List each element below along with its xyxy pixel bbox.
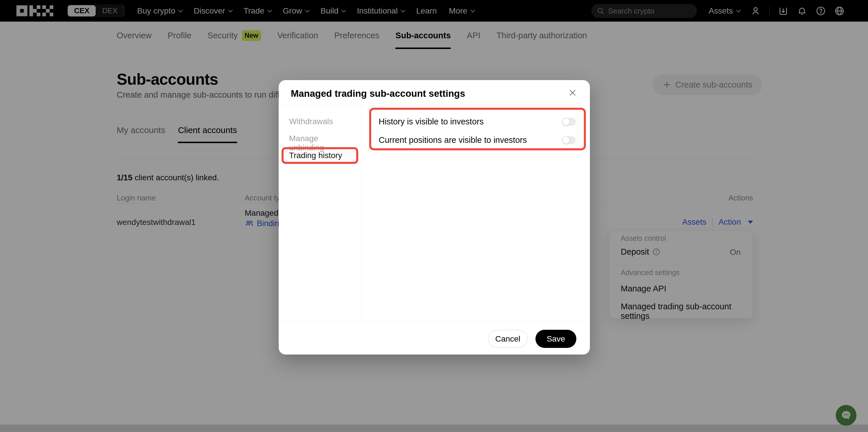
managed-trading-settings-modal: Managed trading sub-account settings Wit… xyxy=(279,80,590,355)
modal-nav-manage-unbinding[interactable]: Manage unbinding xyxy=(289,134,351,152)
modal-title: Managed trading sub-account settings xyxy=(291,88,465,99)
modal-sidebar-divider xyxy=(361,105,362,320)
setting-history-visible-label: History is visible to investors xyxy=(379,117,484,126)
setting-positions-visible-label: Current positions are visible to investo… xyxy=(379,135,527,145)
toggle-positions-visible[interactable] xyxy=(562,136,576,144)
save-button[interactable]: Save xyxy=(535,330,576,348)
toggle-history-visible[interactable] xyxy=(562,118,576,126)
close-icon[interactable] xyxy=(567,87,578,99)
modal-footer-divider xyxy=(279,320,590,320)
modal-nav-withdrawals[interactable]: Withdrawals xyxy=(289,117,351,126)
cancel-button[interactable]: Cancel xyxy=(488,330,528,348)
modal-header-divider xyxy=(279,105,590,105)
modal-nav-trading-history[interactable]: Trading history xyxy=(289,151,351,160)
